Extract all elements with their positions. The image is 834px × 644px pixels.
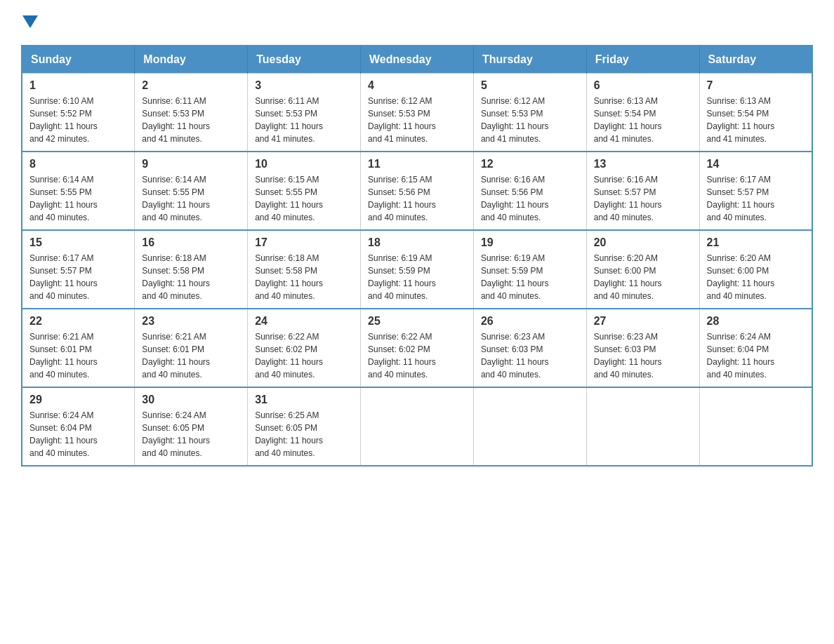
weekday-header-monday: Monday — [135, 46, 248, 74]
day-number: 26 — [481, 315, 579, 328]
day-info: Sunrise: 6:24 AM Sunset: 6:05 PM Dayligh… — [142, 409, 240, 459]
day-info: Sunrise: 6:19 AM Sunset: 5:59 PM Dayligh… — [481, 252, 579, 302]
day-info: Sunrise: 6:25 AM Sunset: 6:05 PM Dayligh… — [255, 409, 353, 459]
day-info: Sunrise: 6:24 AM Sunset: 6:04 PM Dayligh… — [707, 330, 805, 381]
day-number: 2 — [142, 79, 240, 92]
day-number: 8 — [29, 158, 127, 170]
day-info: Sunrise: 6:22 AM Sunset: 6:02 PM Dayligh… — [368, 330, 466, 381]
calendar-cell — [361, 387, 474, 466]
calendar-cell — [699, 387, 812, 466]
calendar-cell: 4 Sunrise: 6:12 AM Sunset: 5:53 PM Dayli… — [361, 74, 474, 152]
day-number: 15 — [29, 236, 127, 249]
calendar-cell: 24 Sunrise: 6:22 AM Sunset: 6:02 PM Dayl… — [248, 309, 361, 387]
day-number: 18 — [368, 236, 466, 249]
svg-marker-0 — [22, 15, 38, 28]
logo — [21, 14, 38, 31]
day-number: 20 — [594, 236, 692, 249]
day-info: Sunrise: 6:12 AM Sunset: 5:53 PM Dayligh… — [368, 95, 466, 145]
weekday-header-sunday: Sunday — [22, 46, 135, 74]
calendar-cell: 6 Sunrise: 6:13 AM Sunset: 5:54 PM Dayli… — [586, 74, 699, 152]
day-info: Sunrise: 6:11 AM Sunset: 5:53 PM Dayligh… — [255, 95, 353, 145]
calendar-cell — [586, 387, 699, 466]
calendar-cell: 17 Sunrise: 6:18 AM Sunset: 5:58 PM Dayl… — [248, 230, 361, 309]
calendar-cell: 7 Sunrise: 6:13 AM Sunset: 5:54 PM Dayli… — [699, 74, 812, 152]
day-number: 1 — [29, 79, 127, 92]
day-info: Sunrise: 6:16 AM Sunset: 5:57 PM Dayligh… — [594, 173, 692, 224]
calendar-cell: 3 Sunrise: 6:11 AM Sunset: 5:53 PM Dayli… — [248, 74, 361, 152]
day-info: Sunrise: 6:17 AM Sunset: 5:57 PM Dayligh… — [29, 252, 127, 302]
calendar-cell: 5 Sunrise: 6:12 AM Sunset: 5:53 PM Dayli… — [473, 74, 586, 152]
day-info: Sunrise: 6:14 AM Sunset: 5:55 PM Dayligh… — [142, 173, 240, 224]
day-info: Sunrise: 6:23 AM Sunset: 6:03 PM Dayligh… — [481, 330, 579, 381]
day-info: Sunrise: 6:14 AM Sunset: 5:55 PM Dayligh… — [29, 173, 127, 224]
calendar-cell: 14 Sunrise: 6:17 AM Sunset: 5:57 PM Dayl… — [699, 152, 812, 230]
day-number: 22 — [29, 315, 127, 328]
day-info: Sunrise: 6:21 AM Sunset: 6:01 PM Dayligh… — [142, 330, 240, 381]
day-number: 25 — [368, 315, 466, 328]
logo-triangle-icon — [22, 15, 38, 31]
day-info: Sunrise: 6:23 AM Sunset: 6:03 PM Dayligh… — [594, 330, 692, 381]
week-row-1: 1 Sunrise: 6:10 AM Sunset: 5:52 PM Dayli… — [22, 74, 812, 152]
day-number: 4 — [368, 79, 466, 92]
day-number: 12 — [481, 158, 579, 170]
calendar-cell: 18 Sunrise: 6:19 AM Sunset: 5:59 PM Dayl… — [361, 230, 474, 309]
calendar-cell: 13 Sunrise: 6:16 AM Sunset: 5:57 PM Dayl… — [586, 152, 699, 230]
day-number: 24 — [255, 315, 353, 328]
calendar-cell: 29 Sunrise: 6:24 AM Sunset: 6:04 PM Dayl… — [22, 387, 135, 466]
calendar-cell: 31 Sunrise: 6:25 AM Sunset: 6:05 PM Dayl… — [248, 387, 361, 466]
day-number: 5 — [481, 79, 579, 92]
calendar-cell: 12 Sunrise: 6:16 AM Sunset: 5:56 PM Dayl… — [473, 152, 586, 230]
calendar-cell: 30 Sunrise: 6:24 AM Sunset: 6:05 PM Dayl… — [135, 387, 248, 466]
day-number: 13 — [594, 158, 692, 170]
calendar-cell: 15 Sunrise: 6:17 AM Sunset: 5:57 PM Dayl… — [22, 230, 135, 309]
calendar-cell: 22 Sunrise: 6:21 AM Sunset: 6:01 PM Dayl… — [22, 309, 135, 387]
weekday-header-wednesday: Wednesday — [361, 46, 474, 74]
calendar-cell: 19 Sunrise: 6:19 AM Sunset: 5:59 PM Dayl… — [473, 230, 586, 309]
day-info: Sunrise: 6:18 AM Sunset: 5:58 PM Dayligh… — [142, 252, 240, 302]
calendar-cell: 27 Sunrise: 6:23 AM Sunset: 6:03 PM Dayl… — [586, 309, 699, 387]
day-info: Sunrise: 6:10 AM Sunset: 5:52 PM Dayligh… — [29, 95, 127, 145]
day-info: Sunrise: 6:13 AM Sunset: 5:54 PM Dayligh… — [707, 95, 805, 145]
calendar-cell — [473, 387, 586, 466]
day-number: 7 — [707, 79, 805, 92]
calendar-cell: 21 Sunrise: 6:20 AM Sunset: 6:00 PM Dayl… — [699, 230, 812, 309]
day-info: Sunrise: 6:18 AM Sunset: 5:58 PM Dayligh… — [255, 252, 353, 302]
calendar-cell: 1 Sunrise: 6:10 AM Sunset: 5:52 PM Dayli… — [22, 74, 135, 152]
day-number: 27 — [594, 315, 692, 328]
calendar-cell: 26 Sunrise: 6:23 AM Sunset: 6:03 PM Dayl… — [473, 309, 586, 387]
weekday-header-tuesday: Tuesday — [248, 46, 361, 74]
day-number: 9 — [142, 158, 240, 170]
calendar-table: SundayMondayTuesdayWednesdayThursdayFrid… — [21, 45, 813, 467]
calendar-cell: 9 Sunrise: 6:14 AM Sunset: 5:55 PM Dayli… — [135, 152, 248, 230]
day-number: 30 — [142, 394, 240, 406]
page-header — [21, 14, 813, 31]
calendar-cell: 8 Sunrise: 6:14 AM Sunset: 5:55 PM Dayli… — [22, 152, 135, 230]
day-info: Sunrise: 6:15 AM Sunset: 5:55 PM Dayligh… — [255, 173, 353, 224]
day-number: 31 — [255, 394, 353, 406]
week-row-5: 29 Sunrise: 6:24 AM Sunset: 6:04 PM Dayl… — [22, 387, 812, 466]
day-number: 3 — [255, 79, 353, 92]
calendar-cell: 20 Sunrise: 6:20 AM Sunset: 6:00 PM Dayl… — [586, 230, 699, 309]
week-row-3: 15 Sunrise: 6:17 AM Sunset: 5:57 PM Dayl… — [22, 230, 812, 309]
calendar-cell: 10 Sunrise: 6:15 AM Sunset: 5:55 PM Dayl… — [248, 152, 361, 230]
calendar-cell: 16 Sunrise: 6:18 AM Sunset: 5:58 PM Dayl… — [135, 230, 248, 309]
day-info: Sunrise: 6:20 AM Sunset: 6:00 PM Dayligh… — [707, 252, 805, 302]
calendar-cell: 2 Sunrise: 6:11 AM Sunset: 5:53 PM Dayli… — [135, 74, 248, 152]
day-info: Sunrise: 6:19 AM Sunset: 5:59 PM Dayligh… — [368, 252, 466, 302]
weekday-header-row: SundayMondayTuesdayWednesdayThursdayFrid… — [22, 46, 812, 74]
day-info: Sunrise: 6:13 AM Sunset: 5:54 PM Dayligh… — [594, 95, 692, 145]
day-info: Sunrise: 6:22 AM Sunset: 6:02 PM Dayligh… — [255, 330, 353, 381]
day-info: Sunrise: 6:16 AM Sunset: 5:56 PM Dayligh… — [481, 173, 579, 224]
day-info: Sunrise: 6:24 AM Sunset: 6:04 PM Dayligh… — [29, 409, 127, 459]
calendar-cell: 23 Sunrise: 6:21 AM Sunset: 6:01 PM Dayl… — [135, 309, 248, 387]
week-row-2: 8 Sunrise: 6:14 AM Sunset: 5:55 PM Dayli… — [22, 152, 812, 230]
day-number: 17 — [255, 236, 353, 249]
calendar-cell: 28 Sunrise: 6:24 AM Sunset: 6:04 PM Dayl… — [699, 309, 812, 387]
weekday-header-saturday: Saturday — [699, 46, 812, 74]
day-number: 28 — [707, 315, 805, 328]
day-number: 21 — [707, 236, 805, 249]
weekday-header-thursday: Thursday — [473, 46, 586, 74]
calendar-cell: 25 Sunrise: 6:22 AM Sunset: 6:02 PM Dayl… — [361, 309, 474, 387]
day-info: Sunrise: 6:21 AM Sunset: 6:01 PM Dayligh… — [29, 330, 127, 381]
day-number: 11 — [368, 158, 466, 170]
